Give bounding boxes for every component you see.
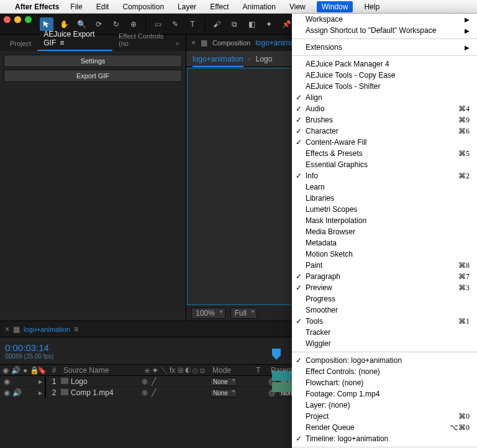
menu-item[interactable]: Motion Sketch [292, 249, 477, 260]
close-icon[interactable]: × [191, 39, 196, 47]
panel-menu-icon[interactable]: ≡ [74, 325, 78, 334]
shortcut-label: ⌘0 [458, 412, 470, 421]
video-toggle-icon[interactable]: ◉ [4, 388, 10, 397]
menu-item[interactable]: ✓Info⌘2 [292, 170, 477, 181]
menu-file[interactable]: File [68, 1, 84, 12]
layer-name[interactable]: Comp 1.mp4 [71, 388, 114, 397]
menu-item[interactable]: ✓Content-Aware Fill [292, 137, 477, 148]
roto-tool-icon[interactable]: ✦ [262, 17, 276, 31]
eraser-tool-icon[interactable]: ◧ [245, 17, 258, 31]
zoom-window-icon[interactable] [25, 16, 32, 23]
collapse-icon[interactable]: ⊕ [142, 377, 148, 386]
trkmat-column[interactable]: T [253, 366, 268, 375]
menu-item[interactable]: ✓Brushes⌘9 [292, 114, 477, 126]
check-icon: ✓ [296, 127, 302, 135]
grid-icon[interactable]: ▦ [13, 325, 20, 334]
menu-item[interactable]: Effect Controls: (none) [292, 366, 477, 377]
playhead-icon[interactable] [272, 349, 281, 360]
clone-tool-icon[interactable]: ⧉ [227, 17, 241, 31]
menu-item[interactable]: AEJuice Tools - Shifter [292, 81, 477, 92]
settings-button[interactable]: Settings [4, 55, 182, 67]
menu-item[interactable]: Workspace▶ [292, 14, 477, 25]
timeline-tab-name[interactable]: logo+animation [24, 326, 70, 333]
menu-item[interactable]: Extensions▶ [292, 42, 477, 53]
menu-item[interactable]: Paint⌘8 [292, 260, 477, 271]
menu-item[interactable]: Smoother [292, 304, 477, 316]
resolution-select[interactable]: Full [230, 308, 257, 319]
window-menu-dropdown: Workspace▶Assign Shortcut to "Default" W… [292, 14, 477, 448]
menu-item[interactable]: Lumetri Scopes [292, 204, 477, 215]
blend-mode-select[interactable]: None [210, 389, 237, 397]
menu-item[interactable]: Footage: Comp 1.mp4 [292, 388, 477, 400]
blend-mode-select[interactable]: None [210, 378, 237, 386]
menu-layer[interactable]: Layer [175, 1, 199, 12]
puppet-tool-icon[interactable]: 📌 [279, 17, 293, 31]
zoom-select[interactable]: 100% [191, 308, 225, 319]
menu-item[interactable]: Effects & Presets⌘5 [292, 148, 477, 159]
type-tool-icon[interactable]: T [186, 17, 199, 31]
menu-item[interactable]: ✓Align [292, 92, 477, 103]
menu-effect[interactable]: Effect [207, 1, 231, 12]
composition-label: Composition [212, 39, 250, 47]
menu-item-label: Content-Aware Fill [306, 138, 366, 147]
menu-item[interactable]: Progress [292, 293, 477, 304]
menu-window[interactable]: Window [317, 1, 353, 12]
source-name-column[interactable]: Source Name [61, 366, 142, 375]
label-color[interactable] [45, 388, 46, 398]
close-window-icon[interactable] [4, 16, 11, 23]
menu-help[interactable]: Help [361, 1, 382, 12]
menu-item[interactable]: Wiggler [292, 338, 477, 349]
tab-project[interactable]: Project [4, 37, 37, 51]
app-name[interactable]: After Effects [15, 2, 59, 11]
menu-item[interactable]: Libraries [292, 193, 477, 204]
menu-item[interactable]: ✓Timeline: logo+animation [292, 433, 477, 444]
menu-item[interactable]: Metadata [292, 237, 477, 249]
menu-view[interactable]: View [287, 1, 308, 12]
layer-name[interactable]: Logo [71, 377, 88, 386]
collapse-icon[interactable]: ⊕ [142, 388, 148, 397]
menu-item[interactable]: Project⌘0 [292, 411, 477, 422]
menu-item[interactable]: ✓Preview⌘3 [292, 282, 477, 293]
timecode[interactable]: 0:00:03:14 [5, 342, 53, 353]
menu-item[interactable]: Media Browser [292, 226, 477, 237]
crumb-root[interactable]: logo+animation [193, 55, 243, 67]
menu-item[interactable]: Mask Interpolation [292, 215, 477, 226]
export-gif-button[interactable]: Export GIF [4, 70, 182, 82]
close-icon[interactable]: × [5, 325, 9, 334]
audio-toggle-icon[interactable]: 🔊 [12, 388, 22, 397]
menu-item[interactable]: Render Queue⌥⌘0 [292, 422, 477, 433]
menu-item[interactable]: AEJuice Tools - Copy Ease [292, 70, 477, 81]
menu-item[interactable]: ✓Audio⌘4 [292, 103, 477, 114]
menu-composition[interactable]: Composition [120, 1, 166, 12]
menu-item[interactable]: Essential Graphics [292, 159, 477, 170]
brush-tool-icon[interactable]: 🖌 [210, 17, 224, 31]
menu-item[interactable]: AEJuice Pack Manager 4 [292, 58, 477, 70]
menu-animation[interactable]: Animation [240, 1, 278, 12]
menu-item[interactable]: Learn [292, 181, 477, 193]
menu-item[interactable]: Flowchart: (none) [292, 377, 477, 388]
video-toggle-icon[interactable]: ◉ [4, 377, 10, 386]
minimize-window-icon[interactable] [14, 16, 21, 23]
quality-icon[interactable]: ╱ [152, 377, 156, 386]
menu-item[interactable]: ✓Paragraph⌘7 [292, 271, 477, 282]
twirl-icon[interactable]: ▸ [39, 388, 42, 397]
tab-export-gif[interactable]: AEJuice Export GIF≡ [37, 27, 112, 51]
tab-effect-controls[interactable]: Effect Controls (no [112, 29, 173, 51]
grid-icon[interactable]: ▦ [201, 39, 207, 47]
twirl-icon[interactable]: ▸ [39, 377, 42, 386]
menu-item-label: Progress [306, 295, 335, 303]
submenu-arrow-icon: ▶ [465, 27, 470, 34]
menu-edit[interactable]: Edit [94, 1, 112, 12]
mode-column[interactable]: Mode [210, 366, 253, 375]
menu-item[interactable]: ✓Tools⌘1 [292, 316, 477, 327]
menu-item[interactable]: Layer: (none) [292, 400, 477, 411]
menu-item[interactable]: ✓Character⌘6 [292, 126, 477, 137]
panel-menu-icon[interactable]: ≡ [60, 39, 64, 47]
crumb-child[interactable]: Logo [256, 55, 273, 63]
menu-item[interactable]: Assign Shortcut to "Default" Workspace▶ [292, 25, 477, 36]
overflow-icon[interactable]: » [173, 36, 182, 51]
quality-icon[interactable]: ╱ [152, 388, 156, 397]
menu-item[interactable]: ✓Composition: logo+animation [292, 355, 477, 366]
menu-item[interactable]: Tracker [292, 327, 477, 338]
label-color[interactable] [45, 377, 46, 386]
